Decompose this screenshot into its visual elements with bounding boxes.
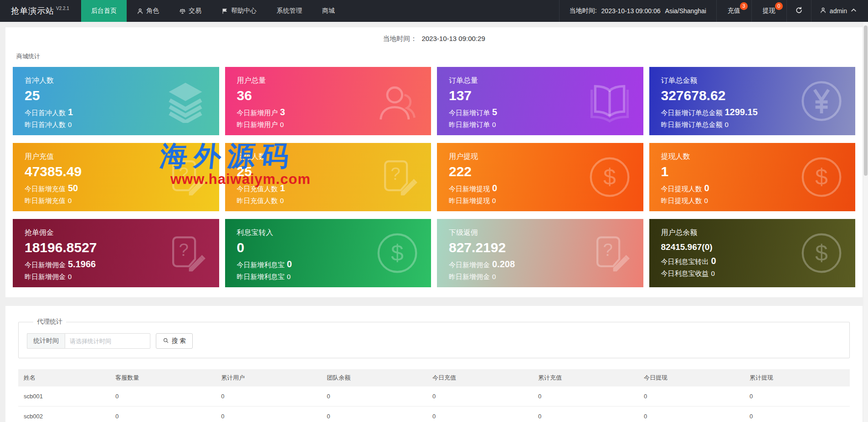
dollar-circle-icon: $ xyxy=(800,155,843,199)
agent-table-cell: scb001 xyxy=(18,386,110,407)
agent-table-cell: 0 xyxy=(427,407,533,422)
svg-text:?: ? xyxy=(390,164,400,183)
username: admin xyxy=(830,7,847,15)
withdraw-label: 提现 xyxy=(763,7,776,15)
person-icon xyxy=(375,79,419,123)
agent-table-cell: 0 xyxy=(321,386,427,407)
yen-circle-icon xyxy=(800,79,843,123)
stat-card-5: 用户充值 47385.49 今日新增充值50 昨日新增充值0 ? xyxy=(13,143,219,211)
page-time-label: 当地时间： xyxy=(383,35,417,42)
dollar-circle-icon: $ xyxy=(800,231,843,275)
page-scrollbar[interactable] xyxy=(863,22,868,422)
search-button-label: 搜 索 xyxy=(172,337,186,345)
agent-table-cell: 0 xyxy=(533,407,638,422)
scrollbar-thumb[interactable] xyxy=(864,25,868,176)
nav-item-4[interactable]: 帮助中心 xyxy=(211,0,267,22)
recharge-label: 充值 xyxy=(728,7,740,15)
timezone-value: Asia/Shanghai xyxy=(665,7,706,15)
navbar-right: 当地时间: 2023-10-13 09:00:06 Asia/Shanghai … xyxy=(559,0,868,22)
layers-icon xyxy=(164,79,207,123)
agent-table-body: scb0010000000scb0020000000sc0030000000 xyxy=(18,386,850,422)
top-navbar: 抢单演示站 V2.2.1 后台首页角色交易帮助中心系统管理商城 当地时间: 20… xyxy=(0,0,868,22)
agent-table: 姓名客服数量累计用户团队余额今日充值累计充值今日提现累计提现 scb001000… xyxy=(18,369,850,422)
agent-table-cell: 0 xyxy=(110,386,216,407)
agent-table-header-row: 姓名客服数量累计用户团队余额今日充值累计充值今日提现累计提现 xyxy=(18,369,850,386)
page-time-value: 2023-10-13 09:00:29 xyxy=(421,35,485,42)
withdraw-badge: 0 xyxy=(775,2,783,10)
agent-table-header: 客服数量 xyxy=(110,369,216,386)
scales-icon xyxy=(179,8,186,15)
svg-text:?: ? xyxy=(179,240,188,259)
stat-card-2: 用户总量 36 今日新增用户3 昨日新增用户0 xyxy=(225,67,431,135)
refresh-button[interactable] xyxy=(786,0,811,22)
agent-table-cell: 0 xyxy=(321,407,427,422)
stat-card-1: 首冲人数 25 今日首冲人数1 昨日首冲人数0 xyxy=(13,67,219,135)
stat-card-4: 订单总金额 327678.62 今日新增订单总金额1299.15 昨日新增订单总… xyxy=(649,67,856,135)
stat-cards-grid: 首冲人数 25 今日首冲人数1 昨日首冲人数0 用户总量 36 今日新增用户3 … xyxy=(13,67,855,287)
stat-card-7: 用户提现 222 今日新增提现0 昨日新增提现0 $ xyxy=(437,143,643,211)
edit-question-icon: ? xyxy=(375,155,419,199)
stat-card-8: 提现人数 1 今日提现人数0 昨日提现人数0 $ xyxy=(649,143,856,211)
agent-table-cell: 0 xyxy=(744,407,850,422)
agent-table-header: 今日提现 xyxy=(638,369,744,386)
nav-item-2[interactable]: 角色 xyxy=(127,0,169,22)
svg-text:$: $ xyxy=(391,240,404,266)
local-time-label: 当地时间: xyxy=(570,7,597,15)
recharge-button[interactable]: 充值 3 xyxy=(716,0,751,22)
nav-item-label: 帮助中心 xyxy=(231,7,257,15)
section-title-agent-stats: 代理统计 xyxy=(33,318,66,326)
agent-table-cell: 0 xyxy=(744,386,850,407)
edit-question-icon: ? xyxy=(164,231,207,275)
agent-table-header: 团队余额 xyxy=(321,369,427,386)
agent-stats-box: 代理统计 统计时间 搜 索 xyxy=(18,318,850,358)
stat-card-6: 充值人数 25 今日充值人数1 昨日充值人数0 ? xyxy=(225,143,431,211)
agent-table-header: 累计用户 xyxy=(216,369,321,386)
user-menu[interactable]: admin xyxy=(811,0,868,22)
app-logo: 抢单演示站 V2.2.1 xyxy=(0,0,81,22)
search-button[interactable]: 搜 索 xyxy=(156,333,193,349)
agent-table-cell: 0 xyxy=(638,386,744,407)
agent-table-cell: scb002 xyxy=(18,407,110,422)
agent-table-cell: 0 xyxy=(427,386,533,407)
agent-panel: 代理统计 统计时间 搜 索 姓名客服数量累计用户团队余额今日充值累计充值今日提现… xyxy=(5,306,863,422)
agent-table-header: 累计提现 xyxy=(744,369,850,386)
filter-time-label: 统计时间 xyxy=(27,333,65,349)
nav-item-5[interactable]: 系统管理 xyxy=(267,0,312,22)
stat-card-9: 抢单佣金 18196.8527 今日新增佣金5.1966 昨日新增佣金0 ? xyxy=(13,219,219,287)
withdraw-button[interactable]: 提现 0 xyxy=(751,0,786,22)
agent-table-row-1: scb0010000000 xyxy=(18,386,850,407)
flag-icon xyxy=(221,8,228,15)
agent-table-cell: 0 xyxy=(216,386,321,407)
nav-item-label: 系统管理 xyxy=(277,7,302,15)
page-local-time: 当地时间： 2023-10-13 09:00:29 xyxy=(5,27,863,49)
nav-item-label: 后台首页 xyxy=(91,7,117,15)
navbar-local-time: 当地时间: 2023-10-13 09:00:06 Asia/Shanghai xyxy=(559,0,716,22)
search-icon xyxy=(163,337,169,345)
svg-text:$: $ xyxy=(815,164,828,190)
filter-time-input[interactable] xyxy=(65,333,150,349)
edit-question-icon: ? xyxy=(164,155,207,199)
agent-table-header: 今日充值 xyxy=(427,369,533,386)
user-icon xyxy=(137,8,144,15)
nav-item-3[interactable]: 交易 xyxy=(169,0,211,22)
agent-table-cell: 0 xyxy=(110,407,216,422)
agent-table-header: 累计充值 xyxy=(533,369,638,386)
svg-text:?: ? xyxy=(179,164,188,183)
nav-item-6[interactable]: 商城 xyxy=(312,0,345,22)
stat-card-12: 用户总余额 82415.967(0) 今日利息宝转出0 今日利息宝收益0 $ xyxy=(649,219,856,287)
agent-table-cell: 0 xyxy=(216,407,321,422)
chevron-up-icon xyxy=(850,7,857,15)
edit-question-icon: ? xyxy=(588,231,632,275)
stat-card-3: 订单总量 137 今日新增订单5 昨日新增订单0 xyxy=(437,67,643,135)
local-time-value: 2023-10-13 09:00:06 xyxy=(601,7,661,15)
nav-item-label: 商城 xyxy=(322,7,335,15)
dollar-circle-icon: $ xyxy=(588,155,632,199)
svg-text:$: $ xyxy=(815,240,828,266)
svg-text:$: $ xyxy=(603,164,616,190)
nav-item-1[interactable]: 后台首页 xyxy=(81,0,127,22)
stat-card-11: 下级返佣 827.2192 今日新增佣金0.208 昨日新增佣金0 ? xyxy=(437,219,643,287)
dollar-circle-icon: $ xyxy=(375,231,419,275)
nav-item-label: 交易 xyxy=(189,7,201,15)
nav-item-label: 角色 xyxy=(146,7,159,15)
user-icon xyxy=(820,7,827,15)
